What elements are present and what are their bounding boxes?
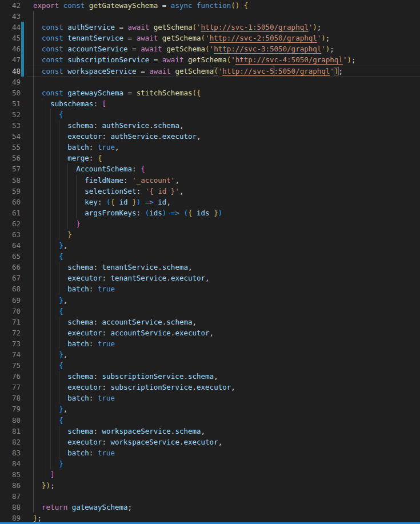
code-line[interactable]: const subscriptionService = await getSch… <box>27 54 420 65</box>
indent-guide <box>59 382 59 393</box>
code-line[interactable]: batch: true <box>27 338 420 349</box>
code-line[interactable]: batch: true <box>27 283 420 294</box>
code-line[interactable]: { <box>27 251 420 262</box>
token-p: = <box>115 23 128 31</box>
line-number[interactable]: 80 <box>0 415 27 426</box>
line-number[interactable]: 43 <box>0 11 27 22</box>
line-number[interactable]: 73 <box>0 338 27 349</box>
line-number[interactable]: 57 <box>0 163 27 174</box>
code-line[interactable] <box>27 491 420 502</box>
indent-guide <box>42 393 42 403</box>
code-line[interactable]: }, <box>27 295 420 306</box>
line-number[interactable]: 69 <box>0 295 27 306</box>
line-number[interactable]: 77 <box>0 382 27 393</box>
code-line[interactable]: } <box>27 458 420 469</box>
token-p: , <box>188 263 193 271</box>
code-line[interactable]: executor: tenantService.executor, <box>27 273 420 283</box>
line-number[interactable]: 60 <box>0 197 27 207</box>
code-line[interactable]: selectionSet: '{ id }', <box>27 186 420 197</box>
code-line[interactable]: const tenantService = await getSchema('h… <box>27 33 420 43</box>
line-number[interactable]: 64 <box>0 240 27 251</box>
line-number[interactable]: 88 <box>0 502 27 513</box>
code-line[interactable]: schema: subscriptionService.schema, <box>27 371 420 382</box>
code-line[interactable]: executor: subscriptionService.executor, <box>27 382 420 393</box>
code-line[interactable]: batch: true <box>27 393 420 403</box>
line-number[interactable]: 54 <box>0 131 27 142</box>
code-line[interactable] <box>27 77 420 87</box>
line-number[interactable]: 53 <box>0 120 27 131</box>
indent-guide <box>50 186 51 197</box>
code-line[interactable]: }, <box>27 349 420 360</box>
line-number[interactable]: 78 <box>0 393 27 403</box>
line-number[interactable]: 52 <box>0 109 27 120</box>
code-line[interactable]: key: ({ id }) => id, <box>27 197 420 207</box>
line-number[interactable]: 74 <box>0 349 27 360</box>
line-number[interactable]: 67 <box>0 273 27 283</box>
indent-guide <box>42 447 42 458</box>
code-line[interactable]: return gatewaySchema; <box>27 502 420 513</box>
code-line[interactable]: }); <box>27 480 420 491</box>
line-number[interactable]: 66 <box>0 262 27 273</box>
code-line[interactable]: { <box>27 415 420 426</box>
line-number[interactable]: 50 <box>0 87 27 98</box>
line-number[interactable]: 71 <box>0 317 27 327</box>
code-line[interactable]: executor: workspaceService.executor, <box>27 437 420 447</box>
line-number[interactable]: 58 <box>0 175 27 186</box>
line-number[interactable]: 87 <box>0 491 27 502</box>
editor-gutter: 86 <box>0 480 27 491</box>
code-line[interactable]: }, <box>27 403 420 414</box>
line-number[interactable]: 81 <box>0 426 27 437</box>
line-number[interactable]: 61 <box>0 207 27 218</box>
code-line[interactable]: }, <box>27 240 420 251</box>
code-line[interactable]: AccountSchema: { <box>27 163 420 174</box>
line-number[interactable]: 65 <box>0 251 27 262</box>
code-line[interactable]: batch: true <box>27 447 420 458</box>
code-line[interactable]: subschemas: [ <box>27 98 420 109</box>
token-kw: async <box>171 1 193 10</box>
code-line[interactable]: const accountService = await getSchema('… <box>27 43 420 54</box>
code-line[interactable]: merge: { <box>27 153 420 163</box>
code-line[interactable]: schema: tenantService.schema, <box>27 262 420 273</box>
code-line[interactable]: } <box>27 218 420 229</box>
editor-gutter: 74 <box>0 349 27 360</box>
code-line[interactable]: executor: authService.executor, <box>27 131 420 142</box>
line-number[interactable]: 62 <box>0 218 27 229</box>
line-number[interactable]: 84 <box>0 458 27 469</box>
code-line[interactable]: fieldName: '_account', <box>27 175 420 186</box>
code-line[interactable]: const authService = await getSchema('htt… <box>27 22 420 33</box>
line-number[interactable]: 56 <box>0 153 27 163</box>
code-line[interactable]: schema: authService.schema, <box>27 120 420 131</box>
code-line[interactable]: schema: accountService.schema, <box>27 317 420 327</box>
token-v: ids <box>197 209 210 217</box>
code-line[interactable]: const gatewaySchema = stitchSchemas({ <box>27 87 420 98</box>
code-line[interactable] <box>27 11 420 22</box>
line-number[interactable]: 76 <box>0 371 27 382</box>
line-number[interactable]: 72 <box>0 327 27 338</box>
line-number[interactable]: 85 <box>0 469 27 480</box>
code-line[interactable]: batch: true, <box>27 142 420 153</box>
line-number[interactable]: 51 <box>0 98 27 109</box>
code-line[interactable]: { <box>27 306 420 317</box>
line-number[interactable]: 83 <box>0 447 27 458</box>
code-line[interactable]: { <box>27 109 420 120</box>
line-number[interactable]: 75 <box>0 360 27 371</box>
line-number[interactable]: 82 <box>0 437 27 447</box>
code-line[interactable]: { <box>27 360 420 371</box>
code-line[interactable]: } <box>27 229 420 240</box>
line-number[interactable]: 79 <box>0 403 27 414</box>
line-number[interactable]: 59 <box>0 186 27 197</box>
token-g1: ( <box>193 23 197 31</box>
code-line[interactable]: schema: workspaceService.schema, <box>27 426 420 437</box>
line-number[interactable]: 49 <box>0 77 27 87</box>
code-line[interactable]: const workspaceService = await getSchema… <box>27 66 420 77</box>
line-number[interactable]: 63 <box>0 229 27 240</box>
line-number[interactable]: 68 <box>0 283 27 294</box>
code-line[interactable]: ] <box>27 469 420 480</box>
line-number[interactable]: 55 <box>0 142 27 153</box>
line-number[interactable]: 42 <box>0 0 27 11</box>
code-line[interactable]: argsFromKeys: (ids) => ({ ids }) <box>27 207 420 218</box>
code-line[interactable]: export const getGatewaySchema = async fu… <box>27 0 420 11</box>
line-number[interactable]: 86 <box>0 480 27 491</box>
line-number[interactable]: 70 <box>0 306 27 317</box>
code-line[interactable]: executor: accountService.executor, <box>27 327 420 338</box>
